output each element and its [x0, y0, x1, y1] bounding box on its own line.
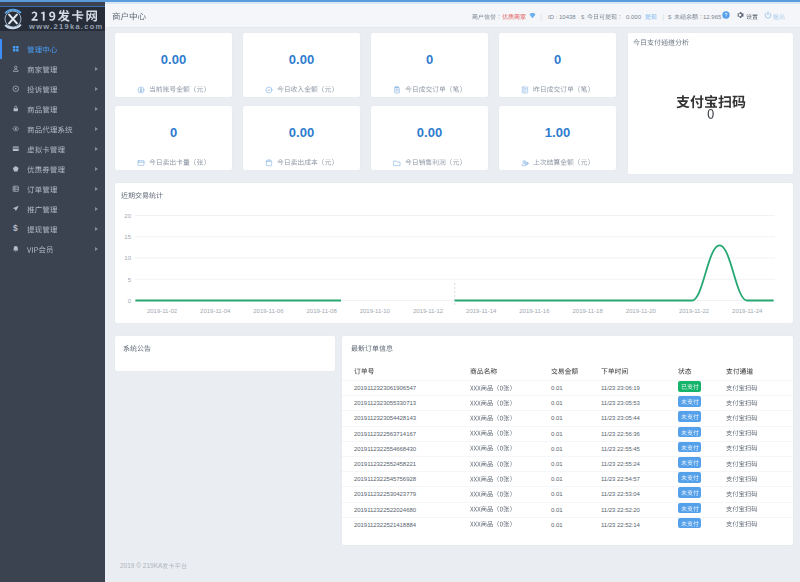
svg-text:0: 0	[128, 298, 132, 304]
svg-text:2019-11-14: 2019-11-14	[466, 308, 497, 314]
svg-text:5: 5	[128, 277, 132, 283]
svg-text:2019-11-08: 2019-11-08	[306, 308, 337, 314]
svg-text:2019-11-20: 2019-11-20	[626, 308, 657, 314]
svg-text:2019-11-06: 2019-11-06	[253, 308, 284, 314]
svg-text:2019-11-24: 2019-11-24	[732, 308, 763, 314]
svg-text:10: 10	[124, 255, 131, 261]
svg-text:2019-11-04: 2019-11-04	[200, 308, 231, 314]
svg-text:2019-11-12: 2019-11-12	[413, 308, 444, 314]
svg-text:15: 15	[124, 234, 131, 240]
svg-text:2019-11-02: 2019-11-02	[147, 308, 178, 314]
svg-text:2019-11-22: 2019-11-22	[679, 308, 710, 314]
svg-text:?: ?	[725, 12, 728, 18]
svg-text:2019-11-18: 2019-11-18	[572, 308, 603, 314]
svg-text:2019-11-10: 2019-11-10	[360, 308, 391, 314]
svg-text:2019-11-16: 2019-11-16	[519, 308, 550, 314]
svg-text:20: 20	[124, 213, 131, 219]
